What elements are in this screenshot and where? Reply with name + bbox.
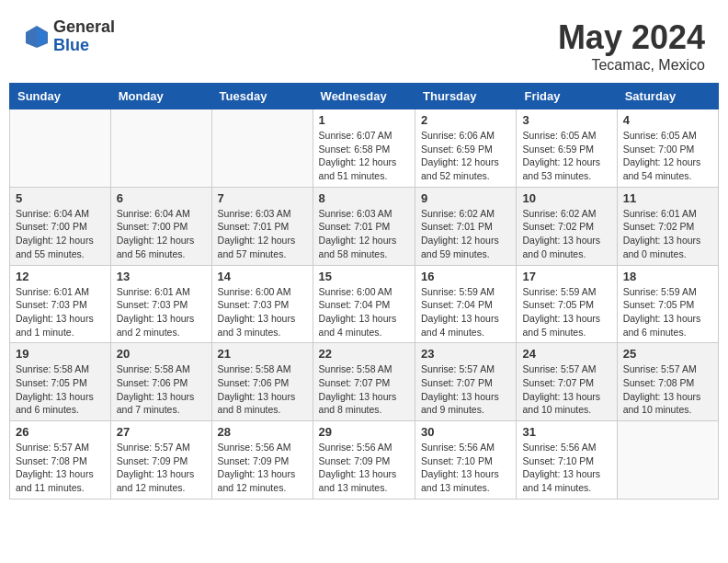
day-number: 31 <box>522 425 610 439</box>
day-number: 11 <box>623 191 712 205</box>
day-number: 15 <box>319 270 409 283</box>
day-number: 14 <box>218 270 307 283</box>
cell-info: Sunrise: 5:59 AM Sunset: 7:04 PM Dayligh… <box>421 285 510 339</box>
cell-info: Sunrise: 6:01 AM Sunset: 7:03 PM Dayligh… <box>16 285 105 339</box>
day-number: 28 <box>218 425 307 439</box>
cell-info: Sunrise: 6:07 AM Sunset: 6:58 PM Dayligh… <box>319 129 409 183</box>
calendar-cell: 12Sunrise: 6:01 AM Sunset: 7:03 PM Dayli… <box>10 265 111 343</box>
day-number: 7 <box>218 191 307 205</box>
day-number: 26 <box>16 425 105 439</box>
calendar-cell: 14Sunrise: 6:00 AM Sunset: 7:03 PM Dayli… <box>211 265 313 343</box>
cell-info: Sunrise: 5:57 AM Sunset: 7:08 PM Dayligh… <box>16 441 105 495</box>
cell-info: Sunrise: 6:02 AM Sunset: 7:01 PM Dayligh… <box>421 207 510 261</box>
calendar-cell: 17Sunrise: 5:59 AM Sunset: 7:05 PM Dayli… <box>517 265 617 343</box>
calendar-cell: 8Sunrise: 6:03 AM Sunset: 7:01 PM Daylig… <box>313 187 415 265</box>
calendar-cell <box>211 109 313 188</box>
weekday-header-monday: Monday <box>110 84 211 109</box>
day-number: 22 <box>319 347 409 361</box>
day-number: 8 <box>319 191 409 205</box>
calendar-week-row: 12Sunrise: 6:01 AM Sunset: 7:03 PM Dayli… <box>10 265 719 343</box>
cell-info: Sunrise: 5:56 AM Sunset: 7:09 PM Dayligh… <box>218 441 307 495</box>
weekday-header-thursday: Thursday <box>415 84 517 109</box>
calendar-cell: 22Sunrise: 5:58 AM Sunset: 7:07 PM Dayli… <box>313 343 415 421</box>
calendar-cell: 31Sunrise: 5:56 AM Sunset: 7:10 PM Dayli… <box>517 421 617 500</box>
calendar-cell <box>10 109 111 188</box>
cell-info: Sunrise: 5:57 AM Sunset: 7:07 PM Dayligh… <box>421 362 510 417</box>
cell-info: Sunrise: 6:03 AM Sunset: 7:01 PM Dayligh… <box>319 207 409 261</box>
cell-info: Sunrise: 6:06 AM Sunset: 6:59 PM Dayligh… <box>421 129 510 183</box>
cell-info: Sunrise: 5:58 AM Sunset: 7:06 PM Dayligh… <box>117 362 206 417</box>
cell-info: Sunrise: 5:56 AM Sunset: 7:09 PM Dayligh… <box>319 441 409 495</box>
calendar-cell: 5Sunrise: 6:04 AM Sunset: 7:00 PM Daylig… <box>10 187 111 265</box>
day-number: 18 <box>623 270 712 283</box>
cell-info: Sunrise: 5:59 AM Sunset: 7:05 PM Dayligh… <box>522 285 610 339</box>
calendar-cell: 9Sunrise: 6:02 AM Sunset: 7:01 PM Daylig… <box>415 187 517 265</box>
calendar-cell: 21Sunrise: 5:58 AM Sunset: 7:06 PM Dayli… <box>211 343 313 421</box>
calendar-cell: 27Sunrise: 5:57 AM Sunset: 7:09 PM Dayli… <box>110 421 211 500</box>
calendar-cell: 16Sunrise: 5:59 AM Sunset: 7:04 PM Dayli… <box>415 265 517 343</box>
calendar-cell: 7Sunrise: 6:03 AM Sunset: 7:01 PM Daylig… <box>211 187 313 265</box>
day-number: 30 <box>421 425 510 439</box>
cell-info: Sunrise: 6:04 AM Sunset: 7:00 PM Dayligh… <box>117 207 206 261</box>
calendar-cell: 28Sunrise: 5:56 AM Sunset: 7:09 PM Dayli… <box>211 421 313 500</box>
day-number: 21 <box>218 347 307 361</box>
day-number: 1 <box>319 113 409 127</box>
calendar-cell: 6Sunrise: 6:04 AM Sunset: 7:00 PM Daylig… <box>110 187 211 265</box>
cell-info: Sunrise: 6:01 AM Sunset: 7:03 PM Dayligh… <box>117 285 206 339</box>
day-number: 20 <box>117 347 206 361</box>
weekday-header-tuesday: Tuesday <box>211 84 313 109</box>
cell-info: Sunrise: 5:56 AM Sunset: 7:10 PM Dayligh… <box>421 441 510 495</box>
cell-info: Sunrise: 6:03 AM Sunset: 7:01 PM Dayligh… <box>218 207 307 261</box>
logo: General Blue <box>23 18 115 55</box>
cell-info: Sunrise: 5:56 AM Sunset: 7:10 PM Dayligh… <box>522 441 610 495</box>
calendar-cell: 19Sunrise: 5:58 AM Sunset: 7:05 PM Dayli… <box>10 343 111 421</box>
weekday-header-row: SundayMondayTuesdayWednesdayThursdayFrid… <box>10 84 719 109</box>
weekday-header-sunday: Sunday <box>10 84 111 109</box>
cell-info: Sunrise: 6:01 AM Sunset: 7:02 PM Dayligh… <box>623 207 712 261</box>
calendar-table: SundayMondayTuesdayWednesdayThursdayFrid… <box>9 83 719 500</box>
day-number: 17 <box>522 270 610 283</box>
calendar-cell: 18Sunrise: 5:59 AM Sunset: 7:05 PM Dayli… <box>617 265 718 343</box>
cell-info: Sunrise: 6:02 AM Sunset: 7:02 PM Dayligh… <box>522 207 610 261</box>
month-title: May 2024 <box>558 18 705 57</box>
day-number: 9 <box>421 191 510 205</box>
calendar-cell: 13Sunrise: 6:01 AM Sunset: 7:03 PM Dayli… <box>110 265 211 343</box>
day-number: 19 <box>16 347 105 361</box>
cell-info: Sunrise: 5:57 AM Sunset: 7:08 PM Dayligh… <box>623 362 712 417</box>
day-number: 13 <box>117 270 206 283</box>
cell-info: Sunrise: 6:04 AM Sunset: 7:00 PM Dayligh… <box>16 207 105 261</box>
cell-info: Sunrise: 5:58 AM Sunset: 7:07 PM Dayligh… <box>319 362 409 417</box>
calendar-week-row: 1Sunrise: 6:07 AM Sunset: 6:58 PM Daylig… <box>10 109 719 188</box>
page-header: General Blue May 2024 Tecamac, Mexico <box>9 9 719 78</box>
location: Tecamac, Mexico <box>558 57 705 74</box>
day-number: 6 <box>117 191 206 205</box>
cell-info: Sunrise: 5:57 AM Sunset: 7:07 PM Dayligh… <box>522 362 610 417</box>
calendar-cell <box>110 109 211 188</box>
cell-info: Sunrise: 5:59 AM Sunset: 7:05 PM Dayligh… <box>623 285 712 339</box>
calendar-week-row: 19Sunrise: 5:58 AM Sunset: 7:05 PM Dayli… <box>10 343 719 421</box>
day-number: 16 <box>421 270 510 283</box>
day-number: 23 <box>421 347 510 361</box>
day-number: 3 <box>522 113 610 127</box>
calendar-cell: 24Sunrise: 5:57 AM Sunset: 7:07 PM Dayli… <box>517 343 617 421</box>
cell-info: Sunrise: 5:58 AM Sunset: 7:06 PM Dayligh… <box>218 362 307 417</box>
calendar-cell: 29Sunrise: 5:56 AM Sunset: 7:09 PM Dayli… <box>313 421 415 500</box>
calendar-cell: 11Sunrise: 6:01 AM Sunset: 7:02 PM Dayli… <box>617 187 718 265</box>
title-block: May 2024 Tecamac, Mexico <box>558 18 705 74</box>
cell-info: Sunrise: 6:00 AM Sunset: 7:03 PM Dayligh… <box>218 285 307 339</box>
calendar-cell: 25Sunrise: 5:57 AM Sunset: 7:08 PM Dayli… <box>617 343 718 421</box>
day-number: 2 <box>421 113 510 127</box>
calendar-cell: 1Sunrise: 6:07 AM Sunset: 6:58 PM Daylig… <box>313 109 415 188</box>
calendar-cell: 10Sunrise: 6:02 AM Sunset: 7:02 PM Dayli… <box>517 187 617 265</box>
day-number: 12 <box>16 270 105 283</box>
calendar-cell: 4Sunrise: 6:05 AM Sunset: 7:00 PM Daylig… <box>617 109 718 188</box>
cell-info: Sunrise: 6:05 AM Sunset: 6:59 PM Dayligh… <box>522 129 610 183</box>
calendar-cell: 26Sunrise: 5:57 AM Sunset: 7:08 PM Dayli… <box>10 421 111 500</box>
logo-blue-text: Blue <box>53 37 115 55</box>
logo-icon <box>23 23 51 51</box>
day-number: 5 <box>16 191 105 205</box>
weekday-header-friday: Friday <box>517 84 617 109</box>
day-number: 29 <box>319 425 409 439</box>
cell-info: Sunrise: 5:57 AM Sunset: 7:09 PM Dayligh… <box>117 441 206 495</box>
calendar-cell: 30Sunrise: 5:56 AM Sunset: 7:10 PM Dayli… <box>415 421 517 500</box>
